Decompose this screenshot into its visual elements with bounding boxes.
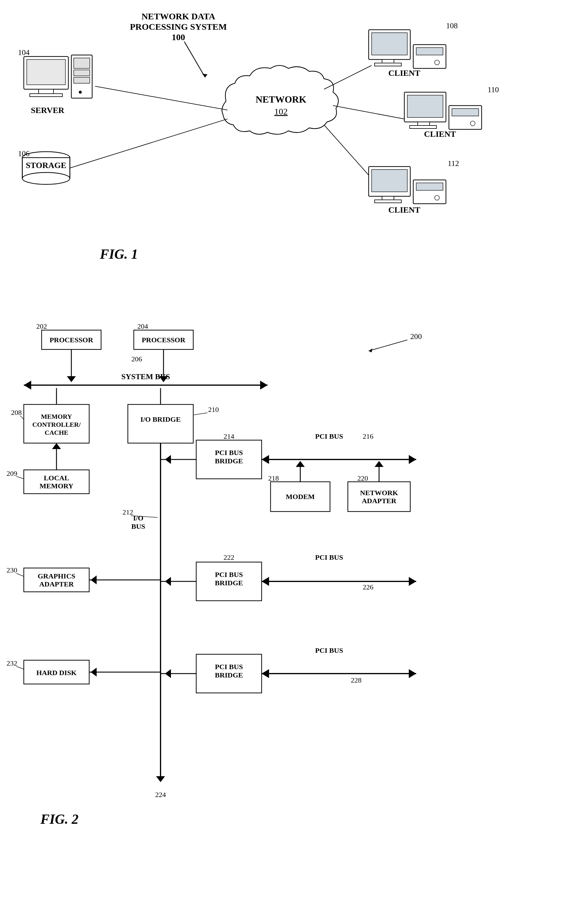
storage-bottom (22, 173, 70, 184)
net-adapter-up-arrow (375, 461, 384, 467)
title-arrow (184, 42, 205, 77)
client108-ref-num: 108 (446, 22, 458, 30)
storage-label-text: STORAGE (26, 160, 66, 170)
fig1-title-line2: PROCESSING SYSTEM (130, 22, 227, 31)
fig2-caption: FIG. 2 (40, 812, 78, 827)
local-memory-box (24, 470, 89, 494)
line-to-storage (70, 119, 227, 168)
pci-bus3-num: 228 (351, 676, 362, 684)
pci-bridge1-label1: PCI BUS (215, 449, 243, 456)
client108-screen (371, 33, 407, 55)
line-to-client112 (324, 125, 371, 179)
pci-bus1-num: 216 (363, 432, 373, 440)
client110-label: CLIENT (424, 129, 456, 138)
hard-disk-label: HARD DISK (36, 669, 77, 677)
processor2-num: 204 (137, 322, 148, 330)
local-memory-label2: MEMORY (40, 482, 73, 490)
bus-right-arrow (260, 381, 267, 390)
io-bus-down-arrow (156, 776, 165, 782)
client108-base (375, 63, 401, 66)
client110-disk (470, 121, 475, 126)
io-bus-label1: I/O (133, 514, 144, 522)
pci-bridge2-num: 222 (224, 554, 234, 561)
client110-ref-num: 110 (488, 86, 499, 94)
client108-stand (382, 59, 394, 63)
client108-drive (416, 48, 443, 55)
pci-bus3-label: PCI BUS (315, 647, 343, 654)
storage-ref-num: 106 (18, 149, 30, 158)
modem-label: MODEM (286, 493, 314, 501)
mem-controller-label2: CONTROLLER/ (33, 421, 81, 428)
io-to-pci2-arrow (165, 577, 171, 586)
client108-disk (435, 60, 440, 65)
mem-to-local-arrow (52, 443, 61, 449)
io-bridge-box (128, 404, 193, 443)
pci-bus2-label: PCI BUS (315, 554, 343, 561)
mem-num-arrow (20, 416, 24, 419)
server-label: SERVER (31, 106, 65, 115)
pci-bus3-right-arrow (409, 669, 416, 678)
client112-stand (382, 196, 394, 200)
graphics-adapter-num: 230 (6, 566, 17, 574)
server-stand (39, 89, 53, 94)
bus-left-arrow (24, 381, 31, 390)
title-arrow-head (202, 74, 208, 77)
local-memory-num: 209 (6, 470, 17, 477)
network-label: NETWORK (256, 94, 306, 105)
main-ref-arrow (368, 340, 407, 351)
system-bus-num: 206 (131, 355, 142, 363)
fig1-caption: FIG. 1 (99, 247, 138, 262)
hard-disk-num: 232 (6, 659, 17, 667)
local-memory-label1: LOCAL (44, 474, 69, 482)
graphics-adapter-label1: GRAPHICS (38, 572, 76, 580)
proc1-down-arrow (67, 376, 76, 382)
graphics-num-line (16, 573, 24, 576)
mem-controller-label1: MEMORY (41, 413, 72, 420)
hard-disk-num-line (16, 666, 24, 669)
client112-screen (371, 170, 407, 192)
local-mem-num-line (16, 476, 24, 479)
io-to-harddisk-arrow (91, 667, 96, 677)
processor1-label: PROCESSOR (50, 336, 93, 344)
io-to-pci3-arrow (165, 669, 171, 678)
server-base (30, 94, 62, 96)
fig1-title-line1: NETWORK DATA (141, 11, 215, 21)
server-drive1 (74, 58, 90, 68)
io-bus-num: 212 (123, 508, 133, 516)
pci-bridge2-label1: PCI BUS (215, 571, 243, 579)
client112-ref-num: 112 (448, 159, 459, 168)
net-adapter-box (348, 482, 410, 512)
net-adapter-label2: ADAPTER (362, 497, 396, 505)
processor2-label: PROCESSOR (142, 336, 185, 344)
main-ref-num: 200 (410, 332, 422, 341)
client110-stand (418, 122, 430, 126)
line-to-client110 (333, 106, 404, 119)
server-drive2 (74, 70, 90, 76)
processor1-num: 202 (36, 322, 47, 330)
graphics-adapter-box (24, 568, 89, 592)
fig1-diagram: NETWORK DATA PROCESSING SYSTEM 100 104 S… (0, 0, 572, 312)
io-bridge-num-line (194, 413, 208, 415)
server-ref-num: 104 (18, 48, 30, 57)
net-adapter-label1: NETWORK (360, 489, 398, 497)
client110-base (410, 126, 437, 129)
pci-bridge2-label2: BRIDGE (215, 579, 243, 587)
pci-bus2-num: 226 (363, 583, 373, 591)
io-to-pci1-arrow (165, 455, 171, 464)
client112-base (375, 200, 401, 203)
mem-controller-label3: CACHE (45, 429, 68, 436)
server-button (79, 91, 82, 94)
server-screen (27, 59, 65, 85)
io-to-graphics-arrow (91, 576, 96, 584)
server-drive3 (74, 77, 90, 83)
modem-up-arrow (296, 461, 305, 467)
network-num: 102 (274, 106, 288, 116)
modem-num: 218 (268, 474, 279, 482)
client108-label: CLIENT (388, 68, 420, 78)
io-bus-label2: BUS (131, 523, 145, 530)
mem-controller-num: 208 (11, 409, 22, 416)
client112-drive (416, 183, 443, 190)
io-bridge-num: 210 (208, 406, 219, 413)
line-to-client108 (324, 65, 371, 89)
client110-drive (452, 109, 479, 116)
